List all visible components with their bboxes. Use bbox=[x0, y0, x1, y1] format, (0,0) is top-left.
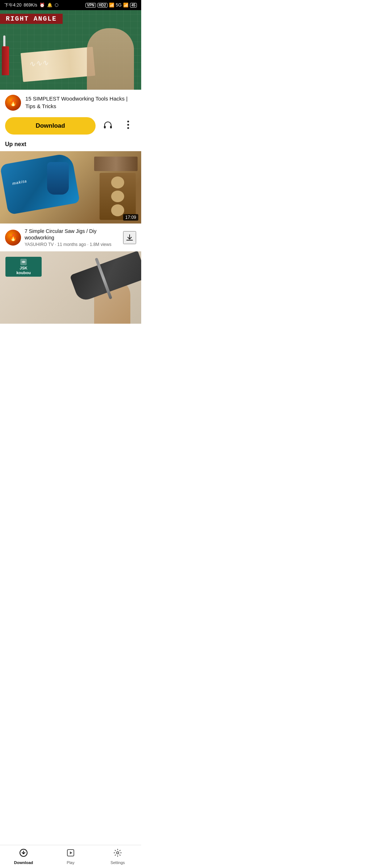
download-icon-button-1[interactable] bbox=[123, 231, 136, 244]
notification-icon: 🔔 bbox=[47, 3, 52, 8]
video-1-age: 11 months ago bbox=[57, 242, 86, 247]
headphone-icon bbox=[103, 120, 113, 132]
jigsaw-handle bbox=[47, 162, 69, 195]
video-card-2-thumbnail[interactable]: JSKkoubou bbox=[0, 251, 141, 324]
signal-icon: 📶 bbox=[109, 3, 114, 8]
action-row: Download bbox=[0, 114, 141, 140]
hero-thumbnail-inner: ∿∿∿ RIGHT ANGLE bbox=[0, 10, 141, 90]
up-next-label: Up next bbox=[0, 140, 141, 151]
signal-icon-2: 📶 bbox=[123, 3, 129, 8]
jsk-logo-text: JSKkoubou bbox=[16, 266, 31, 275]
glue-tip bbox=[3, 35, 5, 46]
channel-avatar: 🔥 bbox=[5, 95, 21, 111]
status-bar: 下午4:20 869K/s ⏰ 🔔 ⬡ VPN HD2 📶 5G 📶 45 bbox=[0, 0, 141, 10]
jig-hole-2 bbox=[111, 191, 124, 203]
glue-bottle bbox=[2, 46, 9, 75]
battery-badge: 45 bbox=[130, 3, 137, 8]
jig-hole-3 bbox=[111, 204, 124, 216]
svg-rect-1 bbox=[110, 126, 112, 128]
separator-2: · bbox=[87, 242, 90, 247]
hero-video-thumbnail[interactable]: ∿∿∿ RIGHT ANGLE bbox=[0, 10, 141, 90]
video-1-meta: YASUHIRO TV · 11 months ago · 1.8M views bbox=[25, 242, 119, 247]
wood-jig-holes bbox=[100, 173, 136, 220]
right-angle-banner: RIGHT ANGLE bbox=[0, 14, 63, 24]
alarm-icon: ⏰ bbox=[39, 3, 45, 8]
svg-rect-0 bbox=[104, 126, 106, 128]
jsk-logo-icon bbox=[18, 258, 29, 266]
wood-jig-top bbox=[94, 157, 138, 171]
video-1-channel: YASUHIRO TV bbox=[25, 242, 54, 247]
hd2-badge: HD2 bbox=[97, 3, 108, 8]
download-button[interactable]: Download bbox=[5, 117, 96, 135]
wave-marks: ∿∿∿ bbox=[29, 58, 49, 69]
download-icon bbox=[126, 234, 134, 242]
avatar-inner: 🔥 bbox=[5, 95, 21, 111]
vpn-badge: VPN bbox=[85, 3, 96, 8]
headphone-button[interactable] bbox=[100, 118, 116, 134]
more-options-button[interactable] bbox=[120, 118, 136, 134]
more-icon bbox=[127, 120, 129, 131]
status-right: VPN HD2 📶 5G 📶 45 bbox=[85, 3, 137, 8]
signal-5g: 5G bbox=[116, 3, 122, 8]
video-meta-info-1: 7 Simple Circular Saw Jigs / Diy woodwor… bbox=[25, 228, 119, 247]
channel-avatar-2: 🔥 bbox=[5, 230, 21, 246]
avatar-inner-2: 🔥 bbox=[5, 230, 21, 246]
status-time: 下午4:20 bbox=[4, 2, 21, 8]
svg-point-4 bbox=[127, 127, 129, 129]
status-left: 下午4:20 869K/s ⏰ 🔔 ⬡ bbox=[4, 2, 58, 8]
hand-overlay bbox=[87, 28, 134, 90]
video-1-views: 1.8M views bbox=[90, 242, 112, 247]
video-1-title: 7 Simple Circular Saw Jigs / Diy woodwor… bbox=[25, 228, 119, 241]
jigsaw-background bbox=[0, 151, 141, 224]
status-speed: 869K/s bbox=[24, 3, 37, 8]
video-info: 🔥 15 SIMPLEST Woodworking Tools Hacks | … bbox=[0, 90, 141, 114]
jig-hole-1 bbox=[111, 176, 124, 188]
duration-badge: 17:09 bbox=[123, 214, 138, 221]
video-card-1-thumbnail[interactable]: 17:09 bbox=[0, 151, 141, 224]
jsk-logo: JSKkoubou bbox=[5, 257, 42, 277]
video-meta-row-1: 🔥 7 Simple Circular Saw Jigs / Diy woodw… bbox=[0, 224, 141, 251]
app-icon: ⬡ bbox=[55, 3, 58, 8]
svg-point-3 bbox=[127, 124, 129, 126]
jsk-background: JSKkoubou bbox=[0, 251, 141, 324]
video-title: 15 SIMPLEST Woodworking Tools Hacks | Ti… bbox=[25, 95, 136, 110]
svg-point-2 bbox=[127, 121, 129, 123]
